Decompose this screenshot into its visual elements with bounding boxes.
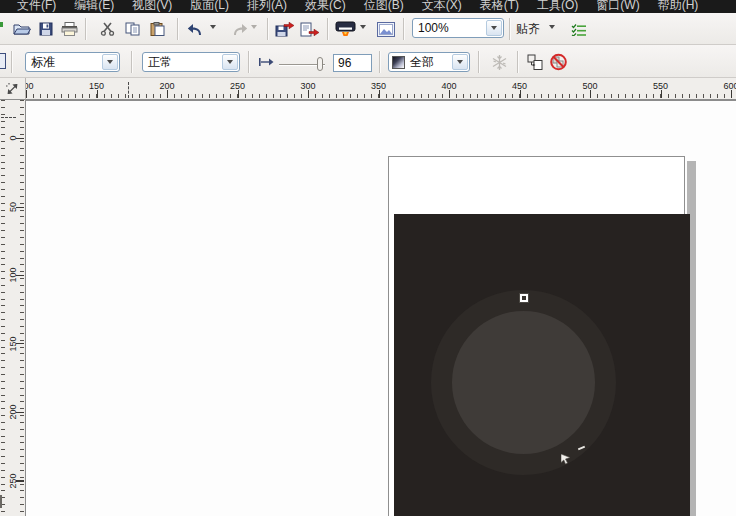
toolbar-separator [85, 18, 87, 40]
vruler-label: 150 [8, 335, 18, 353]
chevron-down-icon [227, 60, 233, 64]
propbar-separator [478, 51, 480, 73]
slider-handle[interactable] [317, 57, 323, 71]
open-button[interactable] [11, 18, 33, 40]
vruler-label: 250 [8, 472, 18, 490]
standard-toolbar: 100% 贴齐 [0, 13, 736, 45]
copy-button[interactable] [121, 18, 143, 40]
vruler-label: 100 [8, 266, 18, 284]
ruler-origin-crosshair-icon [4, 81, 21, 97]
inner-circle-object[interactable] [452, 311, 595, 454]
import-button[interactable] [273, 18, 297, 40]
combo-dropdown-button[interactable] [486, 20, 502, 36]
transparency-value-input[interactable] [333, 54, 372, 72]
toolbar-separator [267, 18, 269, 40]
save-button[interactable] [36, 18, 56, 40]
chevron-down-icon [549, 25, 555, 29]
vruler-label: 200 [8, 403, 18, 421]
zoom-level-value: 100% [413, 21, 486, 35]
redo-dropdown[interactable] [251, 25, 257, 29]
application-launcher-button[interactable] [333, 18, 357, 40]
snap-to-dropdown[interactable] [549, 25, 555, 29]
zoom-levels-combo[interactable]: 100% [412, 18, 504, 38]
transparency-slider[interactable] [279, 63, 325, 67]
hruler-label: 150 [89, 81, 104, 91]
undo-arrow-icon [187, 23, 204, 36]
hruler-label: 250 [230, 81, 245, 91]
menu-item[interactable]: 文件(F) [8, 0, 65, 13]
undo-button[interactable] [184, 18, 206, 40]
menu-item[interactable]: 工具(O) [528, 0, 587, 13]
copy-transparency-button[interactable] [525, 52, 545, 72]
menu-item[interactable]: 位图(B) [355, 0, 413, 13]
snap-to-label: 贴齐 [516, 21, 540, 38]
freeze-transparency-button[interactable] [488, 52, 510, 72]
vertical-ruler[interactable]: 050100150200250 [0, 100, 26, 516]
options-button[interactable] [568, 18, 590, 40]
welcome-screen-button[interactable] [374, 18, 398, 40]
transparency-target-combo[interactable]: 全部 [388, 52, 470, 72]
property-bar: 标准 正常 全部 [0, 45, 736, 78]
menu-item[interactable]: 效果(C) [296, 0, 355, 13]
chevron-down-icon [251, 25, 257, 29]
chevron-down-icon [457, 60, 463, 64]
mouse-cursor-icon [561, 451, 572, 469]
propbar-separator [11, 51, 13, 73]
transparency-midpoint-control [257, 55, 275, 69]
menu-item[interactable]: 帮助(H) [649, 0, 708, 13]
undo-dropdown[interactable] [210, 25, 216, 29]
paste-clipboard-icon [150, 22, 165, 36]
hruler-label: 200 [159, 81, 174, 91]
merge-mode-combo[interactable]: 正常 [142, 52, 240, 72]
menu-item[interactable]: 版面(L) [181, 0, 238, 13]
snap-to-button[interactable]: 贴齐 [516, 18, 540, 40]
launcher-dropdown[interactable] [360, 25, 366, 29]
transparency-midpoint-icon [258, 56, 274, 68]
drawing-canvas[interactable] [26, 100, 736, 516]
hruler-label: 350 [371, 81, 386, 91]
clear-transparency-button[interactable] [547, 51, 569, 73]
chevron-down-icon [210, 25, 216, 29]
export-icon [300, 22, 320, 37]
menu-item[interactable]: 文本(X) [413, 0, 471, 13]
hruler-label: 500 [582, 81, 597, 91]
combo-dropdown-button[interactable] [102, 54, 118, 70]
ruler-origin-corner[interactable] [0, 78, 26, 100]
gradient-swatch-icon [392, 56, 405, 69]
menu-item[interactable]: 编辑(E) [65, 0, 123, 13]
toolbar-separator [177, 18, 179, 40]
chevron-down-icon [360, 25, 366, 29]
no-transparency-icon [549, 53, 568, 71]
cut-button[interactable] [96, 18, 118, 40]
toolbar-separator [327, 18, 329, 40]
propbar-separator [131, 51, 133, 73]
menu-item[interactable]: 排列(A) [238, 0, 296, 13]
menu-item[interactable]: 视图(V) [123, 0, 181, 13]
application-launcher-icon [335, 21, 356, 37]
redo-button[interactable] [228, 18, 250, 40]
toolbar-separator [509, 18, 511, 40]
hruler-label: 400 [441, 81, 456, 91]
copy-properties-icon [527, 54, 543, 70]
transparency-preset-combo[interactable]: 标准 [25, 52, 120, 72]
combo-dropdown-button[interactable] [452, 54, 468, 70]
options-list-icon [571, 23, 587, 36]
chevron-down-icon [107, 60, 113, 64]
export-button[interactable] [298, 18, 322, 40]
hruler-label: 100 [26, 81, 34, 91]
combo-dropdown-button[interactable] [222, 54, 238, 70]
menu-item[interactable]: 窗口(W) [587, 0, 648, 13]
new-document-icon[interactable] [0, 22, 3, 27]
printer-icon [61, 22, 78, 36]
open-folder-icon [13, 22, 31, 36]
scissors-icon [100, 22, 115, 36]
clipped-tool-icon[interactable] [0, 53, 6, 69]
vruler-label: 0 [8, 129, 18, 147]
selection-node-handle[interactable] [520, 294, 528, 302]
paste-button[interactable] [146, 18, 168, 40]
transparency-preset-value: 标准 [26, 54, 102, 71]
horizontal-ruler[interactable]: 100150200250300350400450500550600 [26, 78, 736, 100]
menu-item[interactable]: 表格(T) [471, 0, 528, 13]
vruler-minor-ticks-left [1, 100, 5, 516]
print-button[interactable] [58, 18, 80, 40]
